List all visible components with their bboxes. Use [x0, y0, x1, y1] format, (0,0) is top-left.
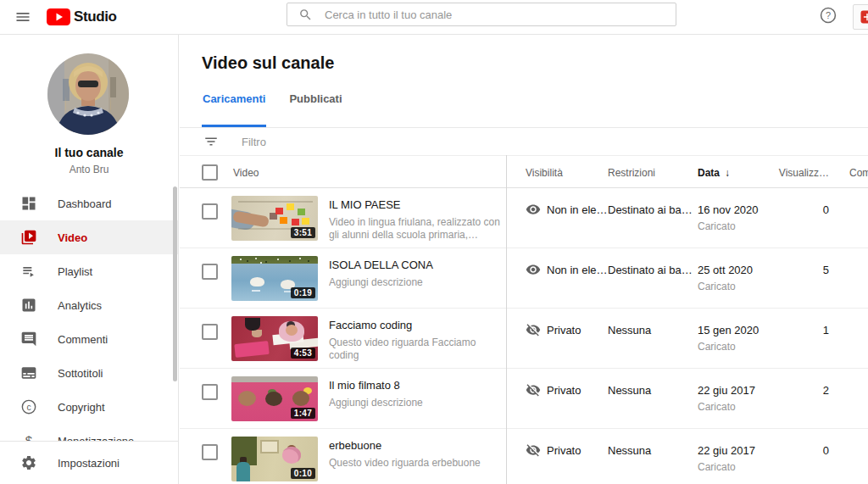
video-list: 3:51 IL MIO PAESE Video in lingua friula…: [180, 188, 868, 484]
visibility-cell: Non in ele…: [526, 202, 608, 217]
visibility-label: Non in ele…: [547, 264, 608, 276]
column-date[interactable]: Data ↓: [698, 167, 730, 179]
divider: [506, 155, 507, 484]
sidebar-item[interactable]: Commenti: [0, 322, 178, 356]
sidebar-item[interactable]: Analytics: [0, 288, 178, 322]
video-thumbnail[interactable]: 4:53: [231, 316, 318, 361]
video-thumbnail[interactable]: 0:10: [231, 437, 318, 481]
sidebar-item-label: Monetizzazione: [58, 435, 134, 442]
duration-badge: 3:51: [291, 227, 315, 238]
sidebar-item-label: Commenti: [58, 333, 108, 346]
row-checkbox[interactable]: [202, 444, 218, 460]
youtube-studio-logo[interactable]: Studio: [47, 8, 116, 25]
video-meta: Il mio filmato 8 Aggiungi descrizione: [329, 379, 504, 409]
help-icon[interactable]: ?: [819, 6, 837, 25]
video-title[interactable]: Il mio filmato 8: [329, 379, 504, 392]
sidebar-item[interactable]: Video: [0, 220, 178, 254]
video-row[interactable]: 3:51 IL MIO PAESE Video in lingua friula…: [180, 188, 868, 248]
create-button[interactable]: [853, 4, 868, 30]
video-title[interactable]: Facciamo coding: [329, 319, 504, 331]
date-status: Caricato: [698, 220, 759, 232]
row-checkbox[interactable]: [202, 324, 218, 340]
video-library-icon: [20, 229, 37, 246]
sidebar-item-settings[interactable]: Impostazioni: [0, 441, 178, 484]
video-row[interactable]: 0:10 erbebuone Questo video riguarda erb…: [180, 429, 868, 484]
views-count: 1: [744, 324, 829, 337]
hamburger-icon[interactable]: [14, 8, 31, 25]
topbar: Studio ?: [0, 0, 868, 35]
visibility-cell: Privato: [526, 442, 581, 458]
video-thumbnail[interactable]: 3:51: [231, 196, 318, 241]
filter-input[interactable]: [240, 135, 498, 149]
visibility-cell: Privato: [526, 382, 581, 398]
visibility-label: Non in ele…: [547, 203, 608, 216]
video-description[interactable]: Video in lingua friulana, realizzato con…: [329, 216, 504, 242]
views-count: 0: [744, 444, 829, 457]
sidebar-item-label: Video: [58, 231, 87, 244]
copyright-icon: c: [20, 398, 37, 415]
search-input[interactable]: [313, 8, 676, 21]
sidebar-item[interactable]: Dashboard: [0, 186, 178, 220]
thumbnail-art: [252, 290, 260, 292]
video-title[interactable]: ISOLA DELLA CONA: [329, 259, 504, 271]
analytics-icon: [20, 297, 37, 314]
eye-off-icon: [526, 322, 541, 337]
restrictions-label: Destinato ai ba…: [608, 264, 693, 276]
sidebar-item[interactable]: Playlist: [0, 254, 178, 288]
playlist-icon: [20, 263, 37, 280]
duration-badge: 4:53: [291, 348, 315, 359]
row-checkbox[interactable]: [202, 264, 218, 280]
video-meta: ISOLA DELLA CONA Aggiungi descrizione: [329, 259, 504, 289]
tabs-bar: Caricamenti Pubblicati: [202, 92, 365, 127]
sidebar-item[interactable]: Sottotitoli: [0, 356, 178, 390]
video-description[interactable]: Aggiungi descrizione: [329, 397, 504, 409]
visibility-cell: Privato: [526, 322, 581, 337]
select-all-checkbox[interactable]: [202, 164, 218, 181]
video-thumbnail[interactable]: 1:47: [231, 376, 318, 421]
column-date-label: Data: [698, 167, 720, 179]
views-count: 2: [744, 384, 829, 397]
sidebar-item[interactable]: c Copyright: [0, 390, 178, 424]
sidebar-scrollbar[interactable]: [173, 186, 177, 381]
row-checkbox[interactable]: [202, 384, 218, 400]
video-row[interactable]: 0:19 ISOLA DELLA CONA Aggiungi descrizio…: [180, 248, 868, 309]
video-title[interactable]: IL MIO PAESE: [329, 198, 504, 211]
duration-badge: 1:47: [291, 408, 315, 419]
filter-icon: [203, 134, 219, 149]
eye-off-icon: [526, 382, 541, 398]
row-checkbox[interactable]: [202, 203, 218, 220]
settings-label: Impostazioni: [58, 457, 120, 470]
views-count: 0: [744, 203, 829, 216]
search-icon: [298, 8, 313, 22]
tab[interactable]: Pubblicati: [288, 92, 342, 127]
thumbnail-art: [292, 391, 309, 406]
sidebar-item-label: Playlist: [58, 265, 92, 278]
thumbnail-art: [250, 277, 264, 287]
channel-label: Il tuo canale: [0, 146, 178, 159]
video-row[interactable]: 4:53 Facciamo coding Questo video riguar…: [180, 309, 868, 369]
video-row[interactable]: 1:47 Il mio filmato 8 Aggiungi descrizio…: [180, 369, 868, 429]
video-title[interactable]: erbebuone: [329, 439, 504, 452]
tab[interactable]: Caricamenti: [202, 92, 266, 127]
youtube-play-icon: [47, 8, 70, 25]
video-description[interactable]: Aggiungi descrizione: [329, 276, 504, 289]
thumbnail-art: [238, 201, 313, 203]
channel-avatar[interactable]: [47, 53, 129, 135]
video-meta: erbebuone Questo video riguarda erbebuon…: [329, 439, 504, 470]
video-thumbnail[interactable]: 0:19: [231, 256, 318, 301]
restrictions-label: Destinato ai ba…: [608, 203, 693, 216]
sidebar-item[interactable]: $ Monetizzazione: [0, 424, 178, 441]
video-description[interactable]: Questo video riguarda Facciamo coding: [329, 337, 504, 362]
svg-text:?: ?: [826, 10, 831, 20]
monetization-icon: $: [20, 432, 37, 441]
column-restrictions: Restrizioni: [608, 167, 655, 179]
logo-wordmark: Studio: [74, 8, 116, 25]
column-comments: Com: [849, 167, 868, 179]
visibility-label: Privato: [547, 444, 581, 457]
thumbnail-art: [236, 462, 250, 481]
tab-label: Caricamenti: [203, 92, 265, 105]
duration-badge: 0:10: [291, 468, 315, 479]
video-description[interactable]: Questo video riguarda erbebuone: [329, 457, 504, 470]
svg-text:c: c: [26, 403, 31, 412]
thumbnail-art: [240, 259, 242, 260]
